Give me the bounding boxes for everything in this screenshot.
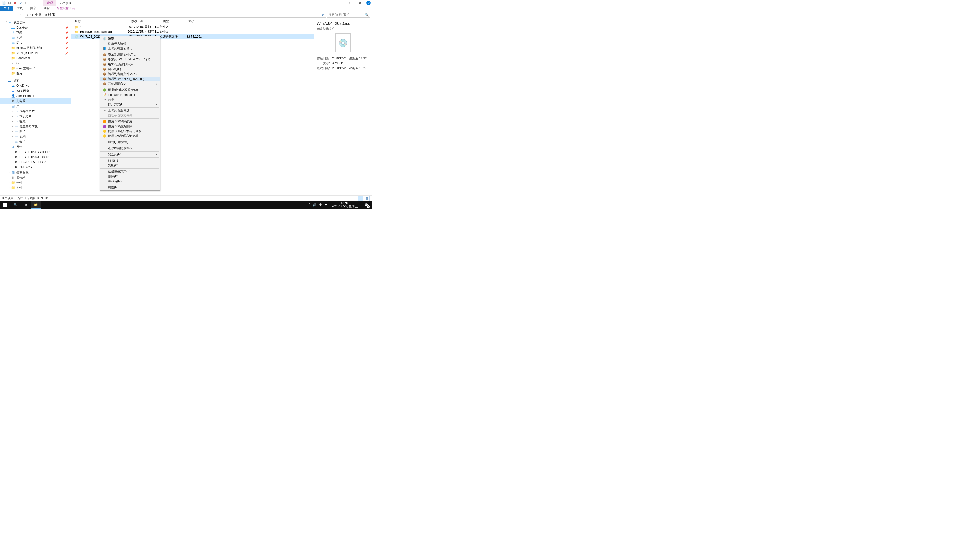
menu-item[interactable]: 📦解压到(F)... [100, 67, 159, 72]
menu-item[interactable]: 📦解压到当前文件夹(X) [100, 72, 159, 76]
nav-g-drive[interactable]: ▱G:\ [0, 61, 71, 66]
tab-home[interactable]: 主页 [13, 6, 27, 11]
nav-desktop[interactable]: ▬Desktop📌 [0, 25, 71, 30]
tab-disc-tools[interactable]: 光盘映像工具 [53, 6, 79, 11]
nav-picsl[interactable]: ›▭图片 [0, 129, 71, 134]
col-date[interactable]: 修改日期 [127, 18, 159, 24]
close-button[interactable]: ✕ [354, 0, 366, 6]
tab-view[interactable]: 查看 [40, 6, 53, 11]
back-button[interactable]: ← [2, 12, 6, 17]
minimize-button[interactable]: — [332, 0, 343, 6]
menu-item[interactable]: 通过QQ发送到 [100, 140, 159, 144]
chevron-right-icon[interactable]: › [57, 14, 59, 16]
menu-item[interactable]: 删除(D) [100, 174, 159, 179]
menu-item[interactable]: 属性(R) [100, 185, 159, 190]
nav-wps[interactable]: ›☁WPS网盘 [0, 88, 71, 94]
menu-item[interactable]: 🟡使用 360进行木马云查杀 [100, 129, 159, 134]
nav-music[interactable]: ›▭音乐 [0, 139, 71, 144]
nav-quick-access[interactable]: ˅★快速访问 [0, 20, 71, 25]
menu-item[interactable]: 🟡使用 360管理右键菜单 [100, 134, 159, 138]
qat-delete-icon[interactable]: ✖ [12, 0, 18, 5]
menu-item[interactable]: 📦其他压缩命令▶ [100, 81, 159, 86]
menu-item[interactable]: 重命名(M) [100, 179, 159, 184]
maximize-button[interactable]: ▢ [343, 0, 354, 6]
menu-item[interactable]: 创建快捷方式(S) [100, 169, 159, 174]
qat-checkbox-icon[interactable]: ☑ [6, 0, 12, 5]
clock[interactable]: 16:32 2020/12/25, 星期五 [330, 201, 360, 208]
nav-bandicam[interactable]: 📁Bandicam [0, 56, 71, 61]
recent-dropdown-icon[interactable]: ˅ [13, 12, 18, 17]
forward-button[interactable]: → [7, 12, 12, 17]
tray-chevron-icon[interactable]: ˄ [309, 203, 310, 206]
nav-pc4[interactable]: 🖥ZMT2019 [0, 165, 71, 170]
nav-deskroot[interactable]: ˅▬桌面 [0, 78, 71, 83]
menu-item[interactable]: 打开方式(H)▶ [100, 102, 159, 107]
menu-item[interactable]: 📦用360压缩打开(Q) [100, 62, 159, 67]
menu-item[interactable]: 🟪使用 360强力删除 [100, 124, 159, 129]
qat-icon-1[interactable]: 📄 [1, 0, 6, 5]
qat-undo-icon[interactable]: ↺ [18, 0, 24, 5]
search-icon[interactable]: 🔍 [365, 13, 369, 17]
start-button[interactable] [0, 201, 10, 209]
chevron-right-icon[interactable]: › [29, 14, 32, 16]
icons-view-button[interactable]: ▦ [364, 196, 369, 201]
file-row[interactable]: 📁12020/12/15, 星期二 1...文件夹 [71, 24, 314, 29]
nav-admin[interactable]: ›👤Administrator [0, 94, 71, 98]
nav-pictures[interactable]: ▭图片📌 [0, 40, 71, 45]
nav-libraries[interactable]: ˅▤库 [0, 103, 71, 109]
taskview-button[interactable]: ⧉ [21, 201, 30, 209]
menu-item[interactable]: 📦添加到 "Win7x64_2020.zip" (T) [100, 57, 159, 62]
notification-button[interactable]: 💬3 [362, 201, 371, 209]
menu-item[interactable]: 刻录光盘映像 [100, 41, 159, 46]
menu-item[interactable]: 📝Edit with Notepad++ [100, 92, 159, 97]
tab-share[interactable]: 共享 [27, 6, 40, 11]
security-icon[interactable]: ⚑ [325, 203, 328, 206]
nav-downloads[interactable]: ⬇下载📌 [0, 30, 71, 35]
help-button[interactable]: ? [366, 1, 371, 5]
up-button[interactable]: ↑ [18, 12, 24, 17]
explorer-taskbar-button[interactable]: 📁 [30, 201, 41, 209]
menu-item[interactable]: ☁上传到百度网盘 [100, 108, 159, 113]
nav-pics2[interactable]: 📁图片 [0, 71, 71, 76]
menu-item[interactable]: 📦添加到压缩文件(A)... [100, 52, 159, 57]
refresh-icon[interactable]: ↻ [320, 13, 325, 17]
breadcrumb-thispc[interactable]: 此电脑 [32, 13, 42, 17]
tab-file[interactable]: 文件 [0, 6, 13, 11]
ime-indicator[interactable]: 中 [319, 203, 322, 207]
menu-item[interactable]: ↗共享 [100, 97, 159, 102]
menu-item[interactable]: 复制(C) [100, 163, 159, 168]
nav-onedrive[interactable]: ›☁OneDrive [0, 83, 71, 88]
nav-win7re[interactable]: 📁win7重装win7 [0, 66, 71, 71]
nav-savedpics[interactable]: ›▭保存的图片 [0, 109, 71, 114]
search-input[interactable]: 搜索"文档 (E:)" 🔍 [327, 12, 370, 17]
col-type[interactable]: 类型 [159, 18, 185, 24]
col-name[interactable]: 名称 [71, 18, 127, 24]
nav-tianyi[interactable]: ›▭天翼云盘下载 [0, 124, 71, 129]
menu-item[interactable]: 🟧使用 360解除占用 [100, 119, 159, 124]
nav-yunqishi[interactable]: 📁YUNQISHI2019📌 [0, 51, 71, 56]
search-button[interactable]: 🔍 [10, 201, 21, 209]
nav-excel[interactable]: 📁excel表格制作求和📌 [0, 45, 71, 51]
address-bar[interactable]: 🖥 › 此电脑 › 文档 (E:) › ˅ ↻ [24, 12, 326, 17]
col-size[interactable]: 大小 [185, 18, 204, 24]
nav-docs[interactable]: ›▭文档 [0, 134, 71, 139]
file-row[interactable]: 📁BaiduNetdiskDownload2020/12/25, 星期五 1..… [71, 29, 314, 34]
details-view-button[interactable]: ☰ [358, 196, 363, 201]
nav-pc3[interactable]: 🖥PC-20190530OBLA [0, 160, 71, 165]
menu-item[interactable]: 发送到(N)▶ [100, 152, 159, 157]
navigation-pane[interactable]: ˅★快速访问 ▬Desktop📌 ⬇下载📌 ▭文档📌 ▭图片📌 📁excel表格… [0, 18, 71, 195]
chevron-right-icon[interactable]: › [42, 14, 44, 16]
menu-item[interactable]: 🟢用 蜂蜜浏览器 浏览(3) [100, 87, 159, 92]
nav-pc2[interactable]: 🖥DESKTOP-NJEU3CG [0, 155, 71, 160]
nav-thispc[interactable]: ›🖥此电脑 [0, 98, 71, 103]
nav-pc1[interactable]: 🖥DESKTOP-LSSOEDP [0, 149, 71, 155]
nav-network[interactable]: ˅🖧网络 [0, 144, 71, 149]
menu-item[interactable]: 📦解压到 Win7x64_2020\ (E) [100, 76, 159, 81]
menu-item[interactable]: 剪切(T) [100, 158, 159, 163]
menu-item[interactable]: 📘上传到有道云笔记 [100, 46, 159, 51]
qat-dropdown-icon[interactable]: ▾ [25, 2, 28, 4]
volume-icon[interactable]: 🔊 [313, 203, 317, 206]
nav-video[interactable]: ›▭视频 [0, 119, 71, 124]
nav-localpics[interactable]: ›▭本机照片 [0, 114, 71, 119]
nav-ctrl[interactable]: ›▦控制面板 [0, 170, 71, 175]
